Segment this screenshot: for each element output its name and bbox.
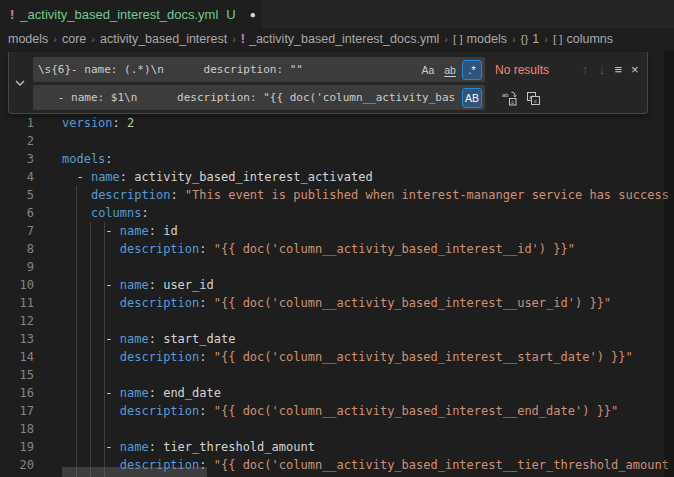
line-number[interactable]: 1 xyxy=(0,114,46,132)
line-number[interactable]: 4 xyxy=(0,168,46,186)
close-icon[interactable]: × xyxy=(629,60,642,80)
find-in-selection-icon[interactable]: ≡ xyxy=(612,60,625,80)
code-line[interactable]: 8 description: "{{ doc('column__activity… xyxy=(0,240,664,258)
replace-input-wrap: AB xyxy=(33,85,485,110)
previous-match-icon[interactable]: ↑ xyxy=(579,60,592,80)
code-line[interactable]: 18 xyxy=(0,420,664,438)
code-line[interactable]: 3models: xyxy=(0,150,664,168)
line-number[interactable]: 10 xyxy=(0,276,46,294)
whole-word-icon[interactable]: ab xyxy=(440,60,460,80)
regex-icon[interactable]: .* xyxy=(462,60,482,80)
breadcrumb-item-core[interactable]: › core xyxy=(48,32,86,46)
breadcrumb-label: columns xyxy=(566,32,613,46)
code-line[interactable]: 1version: 2 xyxy=(0,114,664,132)
line-number[interactable]: 12 xyxy=(0,312,46,330)
code-line[interactable]: 19 - name: tier_threshold_amount xyxy=(0,438,664,456)
code-line[interactable]: 15 xyxy=(0,366,664,384)
editor-tab[interactable]: ! _activity_based_interest_docs.yml U ● xyxy=(0,0,262,28)
breadcrumb-item-file[interactable]: › ! _activity_based_interest_docs.yml xyxy=(227,32,439,46)
code-lines[interactable]: 1version: 223models:4 - name: activity_b… xyxy=(0,114,664,477)
replace-icon[interactable]: ab c xyxy=(499,88,519,108)
line-number[interactable]: 15 xyxy=(0,366,46,384)
line-number[interactable]: 16 xyxy=(0,384,46,402)
replace-row: AB ab c ab xyxy=(33,85,641,110)
code-text: - name: user_id xyxy=(46,276,214,294)
code-line[interactable]: 14 description: "{{ doc('column__activit… xyxy=(0,348,664,366)
yaml-file-icon: ! xyxy=(10,7,14,22)
code-text xyxy=(46,132,62,150)
code-text: columns: xyxy=(46,204,149,222)
chevron-right-icon: › xyxy=(439,33,453,45)
line-number[interactable]: 2 xyxy=(0,132,46,150)
svg-text:ab: ab xyxy=(502,91,509,97)
svg-text:c: c xyxy=(511,98,514,104)
code-line[interactable]: 12 xyxy=(0,312,664,330)
preserve-case-icon[interactable]: AB xyxy=(462,88,482,108)
unsaved-dot-icon[interactable]: ● xyxy=(250,9,256,20)
line-number[interactable]: 8 xyxy=(0,240,46,258)
chevron-right-icon: › xyxy=(48,33,62,45)
code-text: - name: end_date xyxy=(46,384,221,402)
code-text xyxy=(46,420,62,438)
next-match-icon[interactable]: ↓ xyxy=(596,60,609,80)
code-text: models: xyxy=(46,150,113,168)
code-line[interactable]: 2 xyxy=(0,132,664,150)
code-text xyxy=(46,312,62,330)
code-line[interactable]: 16 - name: end_date xyxy=(0,384,664,402)
breadcrumb-item-symbol-1[interactable]: › {} 1 xyxy=(507,32,539,46)
code-text: version: 2 xyxy=(46,114,134,132)
code-line[interactable]: 11 description: "{{ doc('column__activit… xyxy=(0,294,664,312)
editor-pane[interactable]: Aa ab .* No results ↑ ↓ ≡ × AB xyxy=(0,50,674,477)
breadcrumb-item-symbol-models[interactable]: › [ ] models xyxy=(439,32,507,46)
line-number[interactable]: 19 xyxy=(0,438,46,456)
find-input-wrap: Aa ab .* xyxy=(33,57,485,82)
line-number[interactable]: 17 xyxy=(0,402,46,420)
line-number[interactable]: 9 xyxy=(0,258,46,276)
line-number[interactable]: 11 xyxy=(0,294,46,312)
breadcrumb-label: models xyxy=(8,32,48,46)
code-text xyxy=(46,258,62,276)
line-number[interactable]: 7 xyxy=(0,222,46,240)
chevron-right-icon: › xyxy=(507,33,521,45)
line-number[interactable]: 18 xyxy=(0,420,46,438)
code-line[interactable]: 6 columns: xyxy=(0,204,664,222)
git-untracked-badge: U xyxy=(226,7,235,22)
breadcrumb-item-activity-based-interest[interactable]: › activity_based_interest xyxy=(86,32,227,46)
line-number[interactable]: 6 xyxy=(0,204,46,222)
yaml-file-icon: ! xyxy=(241,32,245,46)
code-line[interactable]: 10 - name: user_id xyxy=(0,276,664,294)
line-number[interactable]: 14 xyxy=(0,348,46,366)
breadcrumb-item-models[interactable]: models xyxy=(8,32,48,46)
code-line[interactable]: 9 xyxy=(0,258,664,276)
code-text: - name: start_date xyxy=(46,330,235,348)
tab-bar: ! _activity_based_interest_docs.yml U ● xyxy=(0,0,674,28)
breadcrumb-item-symbol-columns[interactable]: › [ ] columns xyxy=(539,32,613,46)
object-symbol-icon: {} xyxy=(521,33,529,45)
replace-all-icon[interactable]: ab c xyxy=(523,88,543,108)
toggle-replace-chevron-icon[interactable] xyxy=(9,52,31,113)
line-number[interactable]: 5 xyxy=(0,186,46,204)
code-line[interactable]: 5 description: "This event is published … xyxy=(0,186,664,204)
chevron-right-icon: › xyxy=(539,33,553,45)
code-text: description: "{{ doc('column__activity_b… xyxy=(46,348,633,366)
code-line[interactable]: 7 - name: id xyxy=(0,222,664,240)
line-number[interactable]: 3 xyxy=(0,150,46,168)
line-number[interactable]: 13 xyxy=(0,330,46,348)
code-line[interactable]: 17 description: "{{ doc('column__activit… xyxy=(0,402,664,420)
breadcrumb-label: core xyxy=(62,32,86,46)
code-line[interactable]: 4 - name: activity_based_interest_activa… xyxy=(0,168,664,186)
code-line[interactable]: 13 - name: start_date xyxy=(0,330,664,348)
tab-filename: _activity_based_interest_docs.yml xyxy=(20,7,218,22)
replace-input[interactable] xyxy=(33,85,485,110)
line-number[interactable]: 20 xyxy=(0,456,46,474)
vertical-scrollbar-track[interactable] xyxy=(664,50,674,477)
code-text: description: "This event is published wh… xyxy=(46,186,669,204)
horizontal-scrollbar-thumb[interactable] xyxy=(62,467,207,477)
match-case-icon[interactable]: Aa xyxy=(418,60,438,80)
replace-actions: ab c ab c xyxy=(495,88,543,108)
find-replace-widget: Aa ab .* No results ↑ ↓ ≡ × AB xyxy=(8,52,648,114)
chevron-down-icon xyxy=(14,77,26,89)
code-text: description: "{{ doc('column__activity_b… xyxy=(46,294,611,312)
replace-options: AB xyxy=(462,88,482,108)
array-symbol-icon: [ ] xyxy=(553,33,563,45)
